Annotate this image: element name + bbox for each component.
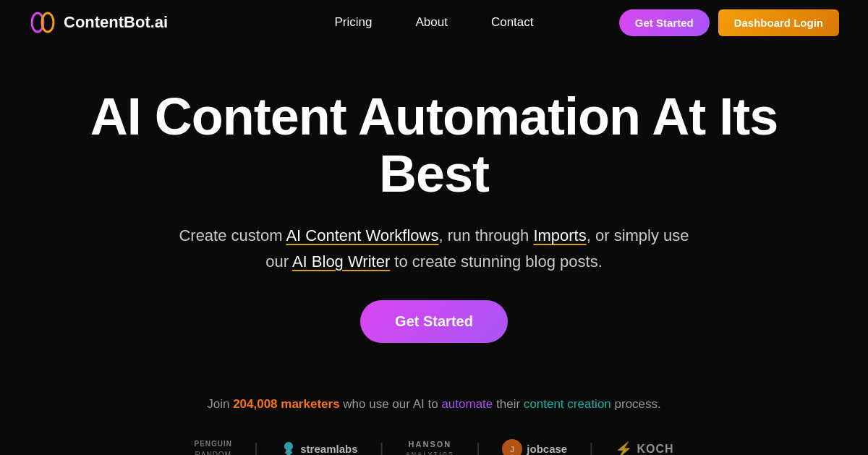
logo-divider-1: |: [254, 439, 258, 455]
subtitle-post: to create stunning blog posts.: [390, 252, 603, 271]
imports-link[interactable]: Imports: [533, 226, 586, 244]
koch-text: KOCH: [637, 443, 673, 455]
ai-blog-writer-link[interactable]: AI Blog Writer: [292, 252, 390, 271]
koch-icon: ⚡: [615, 441, 634, 455]
jobcase-circle-icon: j: [502, 439, 522, 455]
streamlabs-text: streamlabs: [300, 443, 357, 455]
nav-contact[interactable]: Contact: [491, 15, 534, 30]
penguin-logo: Penguin Random: [194, 440, 232, 455]
social-proof: Join 204,008 marketers who use our AI to…: [0, 397, 868, 412]
logo-divider-3: |: [476, 439, 480, 455]
streamlabs-logo: streamlabs: [280, 441, 357, 455]
social-proof-post: process.: [611, 397, 661, 411]
ai-content-workflows-link[interactable]: AI Content Workflows: [286, 226, 438, 244]
koch-logo: ⚡ KOCH: [615, 441, 673, 455]
social-proof-pre: Join: [207, 397, 233, 411]
logo-divider-2: |: [379, 439, 383, 455]
get-started-hero-button[interactable]: Get Started: [360, 300, 508, 343]
marketers-count: 204,008 marketers: [233, 397, 339, 411]
navbar: ContentBot.ai Pricing About Contact Get …: [0, 0, 868, 45]
jobcase-text: jobcase: [527, 443, 567, 455]
logo[interactable]: ContentBot.ai: [29, 9, 168, 36]
subtitle-mid1: , run through: [439, 226, 534, 244]
content-creation-word: content creation: [524, 397, 611, 411]
nav-buttons: Get Started Dashboard Login: [619, 9, 839, 36]
social-proof-mid2: their: [493, 397, 524, 411]
get-started-nav-button[interactable]: Get Started: [619, 9, 710, 36]
logo-icon: [29, 9, 56, 36]
automate-word: automate: [441, 397, 493, 411]
nav-pricing[interactable]: Pricing: [335, 15, 373, 30]
hero-title: AI Content Automation At Its Best: [29, 88, 839, 203]
logo-divider-4: |: [589, 439, 593, 455]
nav-about[interactable]: About: [415, 15, 447, 30]
dashboard-login-button[interactable]: Dashboard Login: [718, 9, 839, 36]
nav-links: Pricing About Contact: [335, 15, 534, 30]
social-proof-mid1: who use our AI to: [340, 397, 442, 411]
jobcase-logo: j jobcase: [502, 439, 567, 455]
hanson-logo: HANSON ANALYTICS: [406, 441, 454, 455]
logo-text: ContentBot.ai: [64, 13, 168, 32]
streamlabs-icon: [280, 441, 297, 455]
logos-section: Penguin Random | streamlabs | HANSON ANA…: [0, 439, 868, 455]
subtitle-pre: Create custom: [179, 226, 286, 244]
hero-section: AI Content Automation At Its Best Create…: [0, 45, 868, 365]
hero-subtitle: Create custom AI Content Workflows, run …: [159, 223, 709, 273]
